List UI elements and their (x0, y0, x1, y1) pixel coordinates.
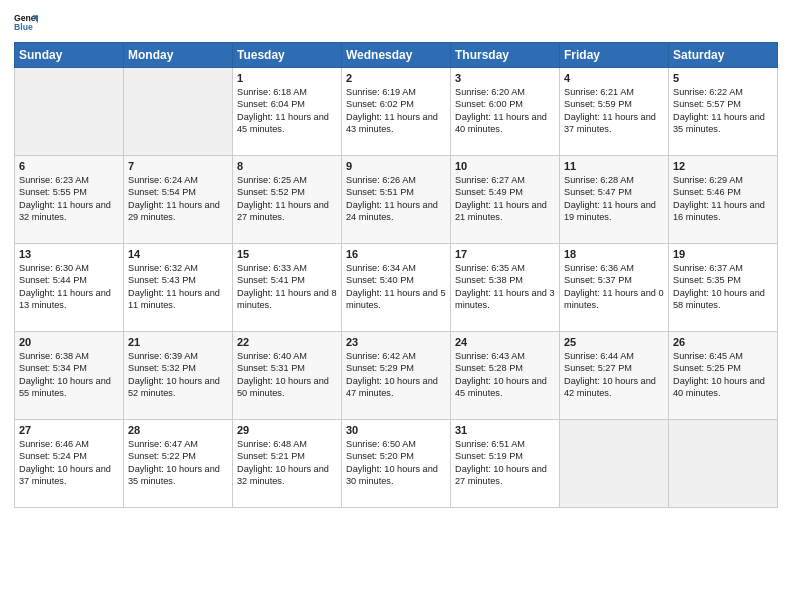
week-row-1: 1Sunrise: 6:18 AMSunset: 6:04 PMDaylight… (15, 68, 778, 156)
day-number: 19 (673, 248, 773, 260)
day-number: 14 (128, 248, 228, 260)
cell-content: Sunrise: 6:20 AMSunset: 6:00 PMDaylight:… (455, 86, 555, 136)
col-header-tuesday: Tuesday (233, 43, 342, 68)
day-number: 3 (455, 72, 555, 84)
day-number: 4 (564, 72, 664, 84)
cell-content: Sunrise: 6:46 AMSunset: 5:24 PMDaylight:… (19, 438, 119, 488)
day-number: 2 (346, 72, 446, 84)
calendar-cell: 12Sunrise: 6:29 AMSunset: 5:46 PMDayligh… (669, 156, 778, 244)
calendar-cell: 23Sunrise: 6:42 AMSunset: 5:29 PMDayligh… (342, 332, 451, 420)
calendar-cell (669, 420, 778, 508)
day-number: 23 (346, 336, 446, 348)
calendar-cell (15, 68, 124, 156)
cell-content: Sunrise: 6:34 AMSunset: 5:40 PMDaylight:… (346, 262, 446, 312)
calendar-cell (124, 68, 233, 156)
day-number: 29 (237, 424, 337, 436)
header-row: SundayMondayTuesdayWednesdayThursdayFrid… (15, 43, 778, 68)
cell-content: Sunrise: 6:19 AMSunset: 6:02 PMDaylight:… (346, 86, 446, 136)
day-number: 1 (237, 72, 337, 84)
day-number: 24 (455, 336, 555, 348)
col-header-saturday: Saturday (669, 43, 778, 68)
cell-content: Sunrise: 6:30 AMSunset: 5:44 PMDaylight:… (19, 262, 119, 312)
calendar-cell: 30Sunrise: 6:50 AMSunset: 5:20 PMDayligh… (342, 420, 451, 508)
day-number: 20 (19, 336, 119, 348)
calendar-cell: 11Sunrise: 6:28 AMSunset: 5:47 PMDayligh… (560, 156, 669, 244)
calendar-cell: 29Sunrise: 6:48 AMSunset: 5:21 PMDayligh… (233, 420, 342, 508)
calendar-cell: 15Sunrise: 6:33 AMSunset: 5:41 PMDayligh… (233, 244, 342, 332)
week-row-5: 27Sunrise: 6:46 AMSunset: 5:24 PMDayligh… (15, 420, 778, 508)
calendar-cell: 27Sunrise: 6:46 AMSunset: 5:24 PMDayligh… (15, 420, 124, 508)
cell-content: Sunrise: 6:35 AMSunset: 5:38 PMDaylight:… (455, 262, 555, 312)
calendar-cell: 28Sunrise: 6:47 AMSunset: 5:22 PMDayligh… (124, 420, 233, 508)
cell-content: Sunrise: 6:47 AMSunset: 5:22 PMDaylight:… (128, 438, 228, 488)
cell-content: Sunrise: 6:37 AMSunset: 5:35 PMDaylight:… (673, 262, 773, 312)
calendar-cell: 13Sunrise: 6:30 AMSunset: 5:44 PMDayligh… (15, 244, 124, 332)
calendar-table: SundayMondayTuesdayWednesdayThursdayFrid… (14, 42, 778, 508)
calendar-cell: 14Sunrise: 6:32 AMSunset: 5:43 PMDayligh… (124, 244, 233, 332)
day-number: 16 (346, 248, 446, 260)
svg-text:Blue: Blue (14, 22, 33, 32)
cell-content: Sunrise: 6:50 AMSunset: 5:20 PMDaylight:… (346, 438, 446, 488)
cell-content: Sunrise: 6:32 AMSunset: 5:43 PMDaylight:… (128, 262, 228, 312)
calendar-cell: 16Sunrise: 6:34 AMSunset: 5:40 PMDayligh… (342, 244, 451, 332)
calendar-cell: 3Sunrise: 6:20 AMSunset: 6:00 PMDaylight… (451, 68, 560, 156)
cell-content: Sunrise: 6:38 AMSunset: 5:34 PMDaylight:… (19, 350, 119, 400)
day-number: 18 (564, 248, 664, 260)
calendar-cell: 7Sunrise: 6:24 AMSunset: 5:54 PMDaylight… (124, 156, 233, 244)
day-number: 5 (673, 72, 773, 84)
day-number: 26 (673, 336, 773, 348)
cell-content: Sunrise: 6:23 AMSunset: 5:55 PMDaylight:… (19, 174, 119, 224)
day-number: 30 (346, 424, 446, 436)
day-number: 12 (673, 160, 773, 172)
calendar-cell: 24Sunrise: 6:43 AMSunset: 5:28 PMDayligh… (451, 332, 560, 420)
cell-content: Sunrise: 6:29 AMSunset: 5:46 PMDaylight:… (673, 174, 773, 224)
cell-content: Sunrise: 6:40 AMSunset: 5:31 PMDaylight:… (237, 350, 337, 400)
week-row-4: 20Sunrise: 6:38 AMSunset: 5:34 PMDayligh… (15, 332, 778, 420)
cell-content: Sunrise: 6:21 AMSunset: 5:59 PMDaylight:… (564, 86, 664, 136)
cell-content: Sunrise: 6:28 AMSunset: 5:47 PMDaylight:… (564, 174, 664, 224)
cell-content: Sunrise: 6:25 AMSunset: 5:52 PMDaylight:… (237, 174, 337, 224)
col-header-wednesday: Wednesday (342, 43, 451, 68)
day-number: 13 (19, 248, 119, 260)
cell-content: Sunrise: 6:43 AMSunset: 5:28 PMDaylight:… (455, 350, 555, 400)
cell-content: Sunrise: 6:39 AMSunset: 5:32 PMDaylight:… (128, 350, 228, 400)
calendar-cell (560, 420, 669, 508)
day-number: 28 (128, 424, 228, 436)
week-row-3: 13Sunrise: 6:30 AMSunset: 5:44 PMDayligh… (15, 244, 778, 332)
calendar-cell: 26Sunrise: 6:45 AMSunset: 5:25 PMDayligh… (669, 332, 778, 420)
calendar-cell: 6Sunrise: 6:23 AMSunset: 5:55 PMDaylight… (15, 156, 124, 244)
calendar-cell: 18Sunrise: 6:36 AMSunset: 5:37 PMDayligh… (560, 244, 669, 332)
day-number: 8 (237, 160, 337, 172)
page-header: General Blue (14, 10, 778, 34)
cell-content: Sunrise: 6:45 AMSunset: 5:25 PMDaylight:… (673, 350, 773, 400)
col-header-thursday: Thursday (451, 43, 560, 68)
cell-content: Sunrise: 6:22 AMSunset: 5:57 PMDaylight:… (673, 86, 773, 136)
calendar-cell: 19Sunrise: 6:37 AMSunset: 5:35 PMDayligh… (669, 244, 778, 332)
col-header-sunday: Sunday (15, 43, 124, 68)
col-header-friday: Friday (560, 43, 669, 68)
day-number: 10 (455, 160, 555, 172)
calendar-cell: 10Sunrise: 6:27 AMSunset: 5:49 PMDayligh… (451, 156, 560, 244)
day-number: 11 (564, 160, 664, 172)
cell-content: Sunrise: 6:24 AMSunset: 5:54 PMDaylight:… (128, 174, 228, 224)
cell-content: Sunrise: 6:33 AMSunset: 5:41 PMDaylight:… (237, 262, 337, 312)
calendar-cell: 22Sunrise: 6:40 AMSunset: 5:31 PMDayligh… (233, 332, 342, 420)
col-header-monday: Monday (124, 43, 233, 68)
calendar-cell: 20Sunrise: 6:38 AMSunset: 5:34 PMDayligh… (15, 332, 124, 420)
day-number: 31 (455, 424, 555, 436)
day-number: 25 (564, 336, 664, 348)
day-number: 21 (128, 336, 228, 348)
logo: General Blue (14, 10, 42, 34)
cell-content: Sunrise: 6:27 AMSunset: 5:49 PMDaylight:… (455, 174, 555, 224)
calendar-cell: 5Sunrise: 6:22 AMSunset: 5:57 PMDaylight… (669, 68, 778, 156)
cell-content: Sunrise: 6:48 AMSunset: 5:21 PMDaylight:… (237, 438, 337, 488)
cell-content: Sunrise: 6:42 AMSunset: 5:29 PMDaylight:… (346, 350, 446, 400)
cell-content: Sunrise: 6:18 AMSunset: 6:04 PMDaylight:… (237, 86, 337, 136)
calendar-cell: 8Sunrise: 6:25 AMSunset: 5:52 PMDaylight… (233, 156, 342, 244)
day-number: 17 (455, 248, 555, 260)
day-number: 15 (237, 248, 337, 260)
calendar-cell: 9Sunrise: 6:26 AMSunset: 5:51 PMDaylight… (342, 156, 451, 244)
logo-icon: General Blue (14, 10, 38, 34)
calendar-cell: 21Sunrise: 6:39 AMSunset: 5:32 PMDayligh… (124, 332, 233, 420)
day-number: 27 (19, 424, 119, 436)
